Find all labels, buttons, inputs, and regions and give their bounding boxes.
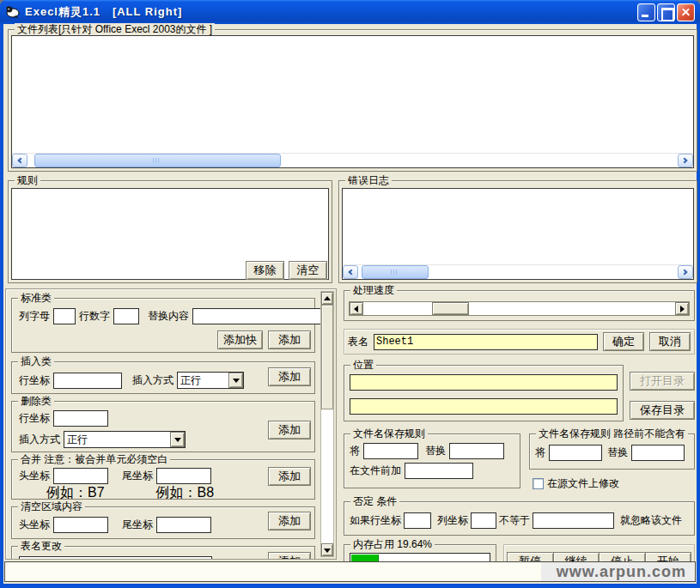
replace-content-label: 替换内容 bbox=[148, 309, 189, 324]
standard-label: 标准类 bbox=[18, 292, 54, 304]
rules-clear-button[interactable]: 清空 bbox=[289, 261, 327, 280]
merge-label: 合并 注意：被合并单元必须空白 bbox=[18, 453, 170, 465]
rename-sheet-add-button[interactable]: 添加 bbox=[268, 552, 311, 560]
open-path-input[interactable] bbox=[350, 374, 618, 391]
slider-left-icon[interactable] bbox=[350, 302, 363, 315]
file-list-scroll-track[interactable] bbox=[27, 154, 678, 167]
rules-groupbox: 规则 移除 清空 bbox=[8, 180, 332, 283]
scroll-left-icon[interactable] bbox=[12, 154, 27, 167]
insert-groupbox: 插入类 行坐标 插入方式 正行 添加 bbox=[11, 361, 315, 394]
speed-slider[interactable] bbox=[349, 301, 690, 316]
path-rule-label: 文件名保存规则 路径前不能含有 bbox=[536, 427, 688, 439]
path-rule-groupbox: 文件名保存规则 路径前不能含有 将 替换 bbox=[529, 433, 695, 470]
filename-replace-input[interactable] bbox=[449, 443, 504, 459]
col-coord-input[interactable] bbox=[471, 512, 496, 529]
path-from-label: 将 bbox=[535, 446, 545, 460]
rules-label: 规则 bbox=[15, 174, 40, 186]
path-replace-input[interactable] bbox=[631, 445, 685, 461]
sheet-name-input[interactable] bbox=[374, 334, 598, 350]
merge-tail-hint: 例如：B8 bbox=[156, 484, 215, 502]
clear-region-add-button[interactable]: 添加 bbox=[268, 512, 311, 530]
path-from-input[interactable] bbox=[549, 445, 602, 461]
replace-content-input[interactable] bbox=[192, 308, 328, 324]
file-list-hscrollbar[interactable] bbox=[12, 153, 693, 167]
merge-head-label: 头坐标 bbox=[19, 469, 50, 483]
rules-remove-button[interactable]: 移除 bbox=[246, 261, 284, 280]
delete-row-coord-label: 行坐标 bbox=[19, 411, 50, 426]
error-log-label: 错误日志 bbox=[345, 174, 392, 186]
file-list-scroll-thumb[interactable] bbox=[34, 154, 282, 167]
clear-head-input[interactable] bbox=[53, 517, 108, 533]
scroll-down-icon[interactable] bbox=[321, 543, 333, 556]
save-dir-button[interactable]: 保存目录 bbox=[630, 401, 695, 420]
memory-label: 内存占用 19.64% bbox=[350, 538, 435, 550]
window-title: Execl精灵1.1 [ALL Right] bbox=[25, 4, 182, 20]
modify-source-label: 在源文件上修改 bbox=[547, 476, 619, 491]
insert-mode-select[interactable]: 正行 bbox=[177, 372, 244, 389]
slider-right-icon[interactable] bbox=[675, 302, 689, 315]
speed-slider-thumb[interactable] bbox=[432, 302, 470, 315]
merge-tail-label: 尾坐标 bbox=[122, 469, 153, 483]
delete-insert-mode-select[interactable]: 正行 bbox=[64, 431, 186, 448]
delete-add-button[interactable]: 添加 bbox=[268, 421, 311, 439]
left-panel-scroll-track[interactable] bbox=[321, 305, 333, 543]
modify-source-checkbox[interactable] bbox=[533, 478, 544, 489]
delete-row-coord-input[interactable] bbox=[53, 410, 108, 427]
right-panel: 处理速度 表名 确定 取消 位置 bbox=[339, 290, 699, 560]
save-path-input[interactable] bbox=[350, 398, 618, 415]
close-button[interactable] bbox=[677, 3, 695, 21]
merge-tail-input[interactable] bbox=[156, 468, 211, 484]
insert-add-button[interactable]: 添加 bbox=[268, 367, 311, 386]
dropdown-arrow-icon[interactable] bbox=[170, 432, 185, 447]
col-letter-input[interactable] bbox=[53, 308, 76, 324]
left-panel: 标准类 列字母 行数字 替换内容 添加快 添加 插入类 行坐标 bbox=[5, 288, 337, 560]
rename-sheet-groupbox: 表名更改 添加 bbox=[11, 546, 315, 560]
if-row-label: 如果行坐标 bbox=[350, 513, 401, 528]
left-panel-vscrollbar[interactable] bbox=[320, 291, 334, 557]
file-listbox[interactable] bbox=[11, 35, 694, 168]
merge-add-button[interactable]: 添加 bbox=[268, 467, 311, 486]
titlebar[interactable]: Execl精灵1.1 [ALL Right] bbox=[0, 0, 700, 24]
filename-replace-label: 替换 bbox=[425, 444, 446, 458]
clear-tail-input[interactable] bbox=[156, 517, 211, 533]
error-log-scroll-track[interactable] bbox=[358, 265, 678, 279]
insert-mode-value: 正行 bbox=[178, 373, 228, 388]
scroll-left-icon[interactable] bbox=[343, 265, 358, 279]
insert-row-coord-input[interactable] bbox=[53, 373, 122, 389]
scroll-right-icon[interactable] bbox=[678, 265, 693, 279]
row-number-input[interactable] bbox=[113, 308, 139, 324]
scroll-right-icon[interactable] bbox=[678, 154, 693, 167]
error-log-hscrollbar[interactable] bbox=[343, 264, 693, 279]
left-panel-scroll-thumb[interactable] bbox=[321, 305, 333, 409]
open-dir-button[interactable]: 打开目录 bbox=[630, 372, 695, 391]
rename-sheet-input[interactable] bbox=[19, 556, 212, 560]
ok-button[interactable]: 确定 bbox=[603, 332, 644, 351]
scroll-up-icon[interactable] bbox=[321, 292, 333, 305]
filename-from-input[interactable] bbox=[363, 443, 418, 459]
filename-prefix-input[interactable] bbox=[405, 463, 473, 479]
standard-add-fast-button[interactable]: 添加快 bbox=[217, 330, 263, 349]
filename-rule-label: 文件名保存规则 bbox=[350, 427, 428, 439]
cancel-button[interactable]: 取消 bbox=[649, 332, 691, 351]
if-row-input[interactable] bbox=[404, 512, 431, 529]
dropdown-arrow-icon[interactable] bbox=[228, 373, 243, 388]
merge-head-input[interactable] bbox=[53, 468, 108, 484]
merge-head-hint: 例如：B7 bbox=[46, 484, 105, 502]
rename-sheet-label: 表名更改 bbox=[18, 540, 64, 552]
standard-add-button[interactable]: 添加 bbox=[268, 330, 311, 349]
filename-rule-groupbox: 文件名保存规则 将 替换 在文件前加 bbox=[344, 433, 520, 488]
maximize-button[interactable] bbox=[657, 3, 675, 21]
row-number-label: 行数字 bbox=[79, 309, 110, 324]
location-label: 位置 bbox=[350, 359, 376, 371]
minimize-button[interactable] bbox=[637, 3, 655, 21]
speed-label: 处理速度 bbox=[350, 284, 397, 296]
merge-groupbox: 合并 注意：被合并单元必须空白 头坐标 尾坐标 例如：B7 例如：B8 添加 bbox=[11, 459, 315, 500]
app-icon[interactable] bbox=[5, 5, 21, 19]
error-log-groupbox: 错误日志 bbox=[338, 180, 697, 283]
error-log-scroll-thumb[interactable] bbox=[362, 265, 429, 279]
col-coord-label: 列坐标 bbox=[437, 513, 468, 528]
speed-slider-track[interactable] bbox=[363, 302, 675, 315]
negative-condition-groupbox: 否定 条件 如果行坐标 列坐标 不等于 就忽略该文件 bbox=[344, 501, 695, 536]
not-equal-input[interactable] bbox=[533, 512, 614, 529]
error-log-listbox[interactable] bbox=[342, 188, 694, 280]
